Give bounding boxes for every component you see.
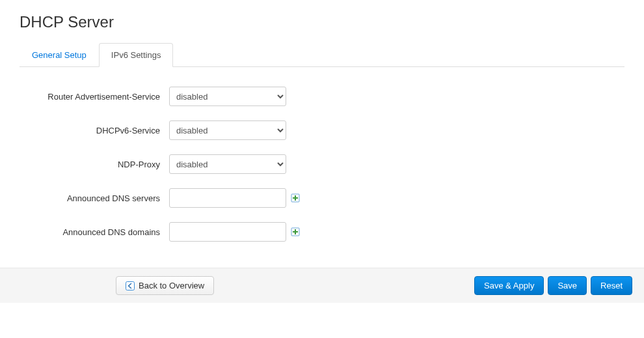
reset-button[interactable]: Reset [591, 276, 632, 295]
dhcpv6-service-label: DHCPv6-Service [20, 126, 169, 135]
back-arrow-icon [126, 281, 135, 290]
svg-rect-5 [293, 231, 298, 232]
dhcpv6-service-select[interactable]: disabled [169, 120, 286, 140]
ndp-proxy-label: NDP-Proxy [20, 160, 169, 169]
tab-ipv6-settings[interactable]: IPv6 Settings [99, 43, 174, 67]
add-icon[interactable] [290, 193, 301, 203]
ra-service-select[interactable]: disabled [169, 87, 286, 106]
svg-rect-6 [126, 281, 135, 290]
back-to-overview-button[interactable]: Back to Overview [116, 276, 214, 295]
dns-domains-label: Announced DNS domains [20, 227, 169, 237]
page-title: DHCP Server [20, 13, 624, 31]
tab-general-setup[interactable]: General Setup [20, 43, 99, 67]
footer-bar: Back to Overview Save & Apply Save Reset [0, 268, 644, 303]
svg-rect-2 [293, 197, 298, 199]
back-button-label: Back to Overview [139, 281, 204, 290]
add-icon[interactable] [290, 227, 301, 237]
save-apply-button[interactable]: Save & Apply [474, 276, 544, 295]
ndp-proxy-select[interactable]: disabled [169, 154, 286, 174]
dns-domains-input[interactable] [169, 222, 286, 242]
dns-servers-input[interactable] [169, 188, 286, 208]
tabs: General Setup IPv6 Settings [20, 43, 624, 67]
dns-servers-label: Announced DNS servers [20, 193, 169, 203]
save-button[interactable]: Save [548, 276, 587, 295]
ra-service-label: Router Advertisement-Service [20, 92, 169, 102]
